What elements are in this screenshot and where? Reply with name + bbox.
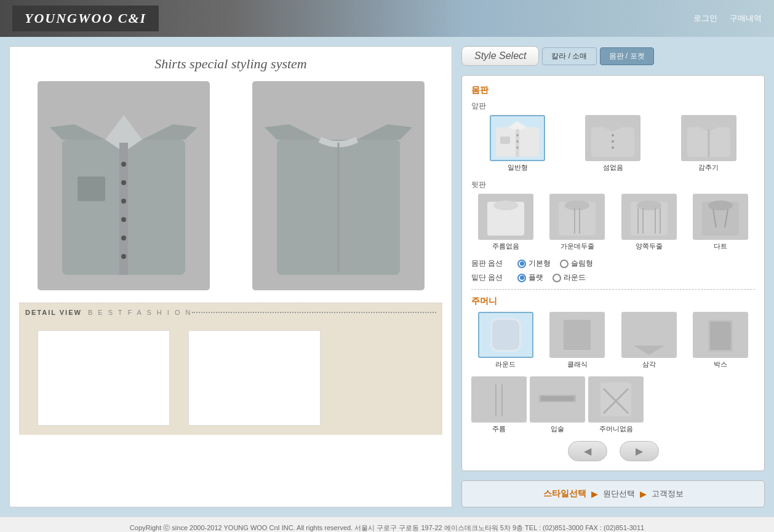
- svg-rect-51: [634, 318, 664, 346]
- svg-rect-22: [500, 137, 510, 144]
- front-option-no-seam[interactable]: 섬없음: [567, 115, 659, 172]
- svg-point-27: [612, 146, 614, 149]
- purchase-history-link[interactable]: 구매내역: [730, 13, 762, 24]
- svg-point-10: [121, 254, 126, 259]
- svg-point-9: [121, 236, 126, 240]
- front-hidden-label: 감추기: [698, 163, 719, 172]
- front-option-hidden[interactable]: 감추기: [663, 115, 755, 172]
- options-panel: 몸판 앞판: [461, 75, 765, 471]
- detail-fashion-text: B E S T F A S H I O N: [88, 309, 193, 316]
- hem-option-label: 밑단 옵션: [471, 272, 508, 283]
- header: YOUNGWOO C&I 로그인 구매내역: [0, 0, 774, 37]
- style-tabs: Style Select 칼라 / 소매 몸판 / 포켓: [461, 46, 765, 66]
- pocket-option-none[interactable]: 주머니없음: [588, 376, 644, 434]
- back-dart-label: 다트: [714, 242, 727, 251]
- back-side-pleat-img: [621, 194, 677, 240]
- svg-rect-48: [492, 320, 519, 350]
- body-slim-radio[interactable]: [560, 260, 569, 268]
- svg-marker-13: [265, 124, 320, 140]
- pocket-option-round[interactable]: 라운드: [471, 312, 540, 369]
- back-option-center-pleat[interactable]: 가운데두줄: [543, 194, 612, 251]
- front-no-seam-img: [585, 115, 640, 161]
- prev-button[interactable]: ◀: [568, 441, 607, 461]
- pocket-box-img: [693, 312, 748, 358]
- hem-round-label: 라운드: [564, 272, 586, 283]
- shirt-images: [19, 81, 442, 290]
- pocket-welt-label: 입술: [551, 424, 564, 434]
- pocket-classic-label: 클래식: [567, 360, 588, 369]
- pocket-round-img: [478, 312, 533, 358]
- hem-option-flat[interactable]: 플랫: [517, 272, 543, 283]
- body-basic-label: 기본형: [529, 258, 551, 269]
- body-option-basic[interactable]: 기본형: [517, 258, 551, 269]
- back-option-side-pleat[interactable]: 양쪽두줄: [615, 194, 684, 251]
- footer: CopyRight ⓒ since 2000-2012 YOUNG WOO Cn…: [0, 517, 774, 532]
- pocket-welt-img: [530, 376, 585, 423]
- pocket-options-row2: 주름 입술: [471, 376, 755, 434]
- front-hidden-img: [681, 115, 736, 161]
- svg-point-7: [121, 199, 126, 204]
- step2-arrow: ▶: [640, 489, 647, 499]
- body-basic-radio[interactable]: [517, 260, 526, 268]
- pocket-option-pleat[interactable]: 주름: [471, 376, 527, 434]
- svg-point-8: [121, 217, 126, 222]
- svg-rect-18: [516, 129, 519, 157]
- svg-point-44: [708, 200, 733, 210]
- pocket-pleat-img: [471, 376, 527, 423]
- svg-point-34: [565, 200, 589, 210]
- shirt-back-image: [252, 81, 425, 290]
- svg-marker-2: [50, 124, 105, 140]
- pocket-triangle-img: [621, 312, 677, 358]
- back-option-dart[interactable]: 다트: [687, 194, 756, 251]
- hem-option-round[interactable]: 라운드: [553, 272, 586, 283]
- svg-rect-59: [541, 396, 574, 401]
- right-panel: Style Select 칼라 / 소매 몸판 / 포켓 몸판 앞판: [461, 46, 765, 507]
- style-select-button[interactable]: Style Select: [461, 46, 539, 66]
- shirt-front-image: [38, 81, 210, 290]
- svg-point-38: [637, 200, 661, 210]
- body-option-slim[interactable]: 슬림형: [560, 258, 593, 269]
- back-option-no-pleat[interactable]: 주름없음: [471, 194, 540, 251]
- back-options-grid: 주름없음 가운데두줄: [471, 194, 755, 251]
- hem-flat-radio[interactable]: [517, 274, 526, 282]
- hem-flat-label: 플랫: [529, 272, 543, 283]
- tab-collar-sleeve[interactable]: 칼라 / 소매: [542, 47, 596, 65]
- svg-point-20: [516, 140, 519, 143]
- detail-thumbnails: [19, 321, 442, 435]
- front-normal-img: [490, 115, 545, 161]
- detail-view-label: DETAIL VIEW: [25, 309, 82, 316]
- svg-rect-11: [78, 177, 105, 201]
- bottom-steps-bar: 스타일선택 ▶ 원단선택 ▶ 고객정보: [461, 480, 765, 507]
- pocket-options-row1: 라운드 클래식: [471, 312, 755, 369]
- pocket-option-box[interactable]: 박스: [687, 312, 756, 369]
- pocket-none-label: 주머니없음: [599, 424, 633, 434]
- detail-thumb-1: [38, 330, 170, 426]
- back-side-pleat-label: 양쪽두줄: [636, 242, 663, 251]
- login-link[interactable]: 로그인: [693, 13, 717, 24]
- svg-point-26: [612, 140, 614, 143]
- pocket-option-classic[interactable]: 클래식: [543, 312, 612, 369]
- hem-option-row: 밑단 옵션 플랫 라운드: [471, 272, 755, 283]
- pocket-option-triangle[interactable]: 삼각: [615, 312, 684, 369]
- body-section-title: 몸판: [471, 85, 755, 96]
- pocket-option-welt[interactable]: 입술: [530, 376, 585, 434]
- hem-round-radio[interactable]: [553, 274, 561, 282]
- svg-rect-30: [708, 129, 710, 157]
- pocket-triangle-label: 삼각: [642, 360, 656, 369]
- svg-point-32: [493, 200, 518, 210]
- front-panel-subtitle: 앞판: [471, 101, 755, 111]
- body-option-row: 몸판 옵션 기본형 슬림형: [471, 258, 755, 269]
- back-no-pleat-label: 주름없음: [492, 242, 519, 251]
- svg-point-5: [121, 162, 126, 167]
- front-no-seam-label: 섬없음: [603, 163, 623, 172]
- svg-rect-50: [564, 320, 591, 350]
- step2-label: 원단선택: [603, 488, 635, 499]
- back-center-pleat-img: [549, 194, 605, 240]
- svg-rect-55: [487, 384, 511, 416]
- front-option-normal[interactable]: 일반형: [471, 115, 564, 172]
- next-button[interactable]: ▶: [620, 441, 659, 461]
- step1-arrow: ▶: [591, 489, 598, 499]
- tab-body-pocket[interactable]: 몸판 / 포켓: [600, 47, 654, 65]
- svg-marker-3: [142, 124, 197, 140]
- svg-rect-54: [710, 322, 731, 350]
